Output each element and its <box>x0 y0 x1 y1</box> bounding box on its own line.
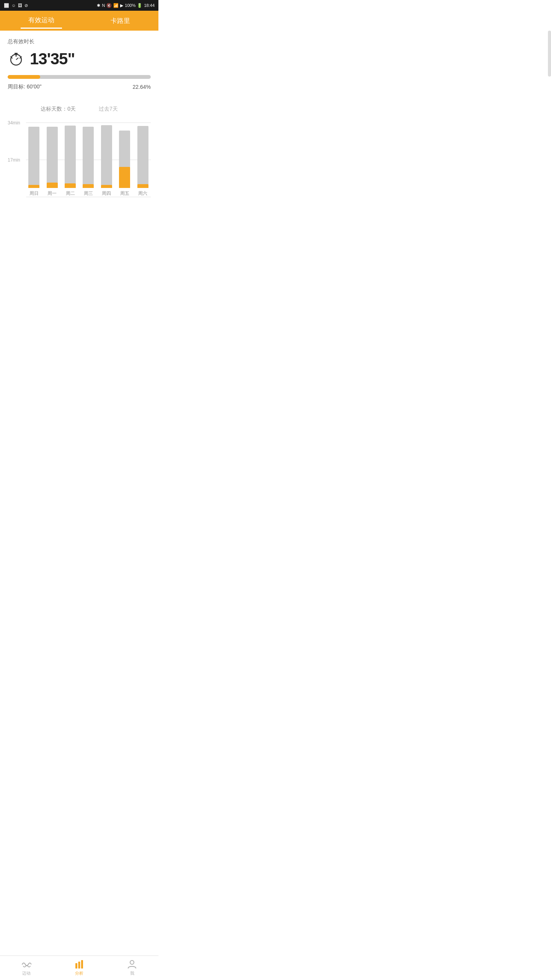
bar-label-周日: 周日 <box>29 190 39 197</box>
chart-area: 34min 17min 周日周一周二周三周四周五周六 <box>8 120 151 208</box>
goal-percent: 22.64% <box>133 84 151 90</box>
screen-icon: ⬜ <box>4 3 9 8</box>
tab-effective-exercise[interactable]: 有效运动 <box>21 13 62 29</box>
bar-group-周二: 周二 <box>62 111 78 197</box>
goal-label: 周目标: 60'00" <box>8 83 42 90</box>
no-icon: ⊘ <box>24 3 28 8</box>
time: 18:44 <box>144 3 155 8</box>
bar-group-周五: 周五 <box>117 111 132 197</box>
bar-label-周一: 周一 <box>47 190 57 197</box>
y-label-mid: 17min <box>8 157 20 163</box>
svg-rect-3 <box>15 53 18 54</box>
signal-icon: ▶ <box>120 3 123 8</box>
total-duration-label: 总有效时长 <box>8 38 151 45</box>
goal-row: 周目标: 60'00" 22.64% <box>8 83 151 90</box>
bar-active-周二 <box>65 183 76 188</box>
mute-icon: 🔇 <box>106 3 112 8</box>
bar-label-周五: 周五 <box>120 190 129 197</box>
y-label-top: 34min <box>8 120 20 126</box>
bar-active-周六 <box>137 184 148 188</box>
bar-active-周四 <box>101 185 112 188</box>
tab-calories[interactable]: 卡路里 <box>103 13 138 28</box>
bar-label-周三: 周三 <box>84 190 93 197</box>
network-icon: N <box>102 3 105 8</box>
image-icon: 🖼 <box>18 3 22 8</box>
bars-container: 周日周一周二周三周四周五周六 <box>26 120 151 197</box>
status-left-icons: ⬜ ☺ 🖼 ⊘ <box>4 3 28 8</box>
status-right-icons: ✱ N 🔇 📶 ▶ 100% 🔋 18:44 <box>97 3 155 8</box>
bar-group-周四: 周四 <box>99 111 114 197</box>
battery-percent: 100% <box>125 3 135 8</box>
wifi-icon: 📶 <box>113 3 119 8</box>
progress-bar-fill <box>8 75 40 79</box>
chart-section: 达标天数：0天 过去7天 34min 17min 周日周一周二周三周四周五周六 <box>8 106 151 208</box>
bar-active-周一 <box>47 183 58 188</box>
bar-group-周日: 周日 <box>26 111 42 197</box>
duration-row: 13'35" <box>8 50 151 68</box>
progress-bar <box>8 75 151 79</box>
face-icon: ☺ <box>11 3 16 8</box>
bar-active-周五 <box>119 167 130 188</box>
bar-label-周四: 周四 <box>102 190 111 197</box>
bar-group-周三: 周三 <box>80 111 96 197</box>
status-bar: ⬜ ☺ 🖼 ⊘ ✱ N 🔇 📶 ▶ 100% 🔋 18:44 <box>0 0 158 11</box>
y-gridline-bottom <box>26 197 151 197</box>
top-tab-bar: 有效运动 卡路里 <box>0 11 158 31</box>
main-content: 总有效时长 13'35" 周目标: 60'00" 22.64% 达标天数：0天 … <box>0 31 158 239</box>
bar-active-周日 <box>28 185 39 188</box>
bluetooth-icon: ✱ <box>97 3 100 8</box>
duration-value: 13'35" <box>30 50 75 68</box>
bar-label-周二: 周二 <box>66 190 75 197</box>
bar-group-周六: 周六 <box>135 111 151 197</box>
battery-icon: 🔋 <box>137 3 142 8</box>
bar-active-周三 <box>83 184 94 188</box>
bar-group-周一: 周一 <box>44 111 60 197</box>
bar-label-周六: 周六 <box>138 190 147 197</box>
stopwatch-icon <box>8 51 24 67</box>
svg-line-2 <box>16 58 18 60</box>
